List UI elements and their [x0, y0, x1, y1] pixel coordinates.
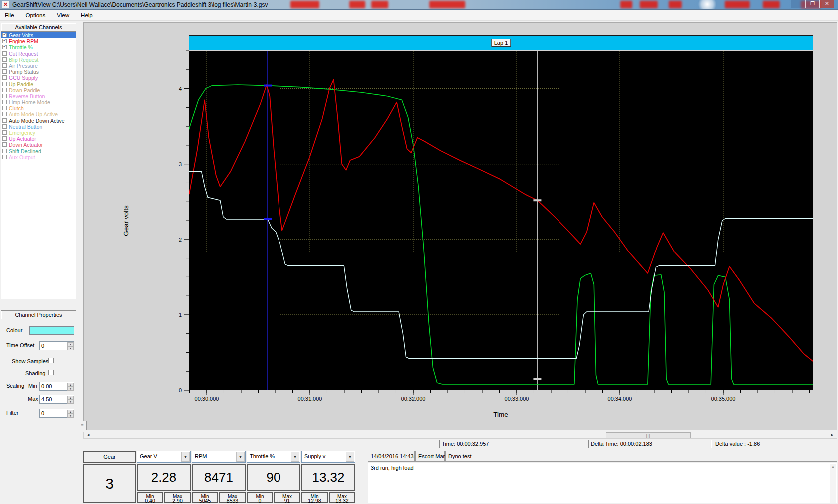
close-button[interactable]: ✕: [820, 0, 834, 8]
spin-down-icon[interactable]: ▼: [67, 414, 74, 418]
unchecked-checkbox-icon[interactable]: [2, 124, 7, 129]
unchecked-checkbox-icon[interactable]: [2, 69, 7, 74]
channel-row[interactable]: Up Paddle: [1, 81, 76, 87]
channel-row[interactable]: Down Paddle: [1, 87, 76, 93]
comment-scrollbar[interactable]: ▲: [830, 464, 836, 503]
menu-view[interactable]: View: [52, 10, 74, 21]
dropdown-icon[interactable]: ▼: [236, 452, 245, 462]
session-comment-box[interactable]: 3rd run, high load ▲: [368, 463, 837, 503]
chart-panel[interactable]: 0123400:30.00000:31.00000:32.00000:33.00…: [83, 22, 837, 430]
readout-select-1[interactable]: RPM ▼: [192, 451, 246, 463]
channel-row[interactable]: Clutch: [1, 105, 76, 111]
unchecked-checkbox-icon[interactable]: [2, 63, 7, 68]
channel-label: Engine RPM: [9, 38, 38, 44]
scaling-max-spinner[interactable]: 4.50 ▲▼: [39, 395, 74, 404]
unchecked-checkbox-icon[interactable]: [2, 136, 7, 141]
unchecked-checkbox-icon[interactable]: [2, 57, 7, 62]
spin-up-icon[interactable]: ▲: [67, 342, 74, 346]
y-tick-label: 4: [179, 86, 182, 92]
unchecked-checkbox-icon[interactable]: [2, 94, 7, 98]
channel-row[interactable]: Reverse Button: [1, 93, 76, 99]
unchecked-checkbox-icon[interactable]: [2, 88, 7, 92]
x-tick-label: 00:31.000: [298, 396, 322, 402]
unchecked-checkbox-icon[interactable]: [2, 142, 7, 147]
menu-options[interactable]: Options: [21, 10, 51, 21]
unchecked-checkbox-icon[interactable]: [2, 155, 7, 159]
scroll-up-icon[interactable]: ▲: [831, 465, 835, 468]
channel-row[interactable]: Up Actuator: [1, 136, 76, 142]
unchecked-checkbox-icon[interactable]: [2, 75, 7, 80]
lap-label: Lap 1: [491, 39, 511, 47]
status-bar: Time: 00:00:32.957 Delta Time: 00:00:02.…: [0, 440, 838, 448]
filter-value: 0: [41, 410, 44, 416]
checked-checkbox-icon[interactable]: ✓: [2, 39, 7, 43]
colour-swatch[interactable]: [29, 326, 74, 335]
y-tick-label: 0: [179, 387, 182, 393]
chart-hscrollbar[interactable]: ◄ ||| ►: [83, 432, 837, 439]
readout-select-3[interactable]: Supply v ▼: [301, 451, 355, 463]
scaling-max-label: Max: [28, 396, 38, 402]
y-axis-title: Gear volts: [122, 205, 130, 236]
unchecked-checkbox-icon[interactable]: [2, 82, 7, 86]
dropdown-icon[interactable]: ▼: [181, 452, 190, 462]
title-bar[interactable]: ✕ GearShiftView C:\Users\Neil Wallace\Do…: [0, 0, 838, 10]
unchecked-checkbox-icon[interactable]: [2, 106, 7, 110]
show-samples-checkbox[interactable]: [48, 358, 54, 363]
channel-row[interactable]: Down Actuator: [1, 142, 76, 148]
unchecked-checkbox-icon[interactable]: [2, 118, 7, 123]
plot-background: [189, 51, 813, 390]
channel-row[interactable]: Pump Status: [1, 69, 76, 75]
channel-row[interactable]: ✓Engine RPM: [1, 38, 76, 44]
scroll-right-icon[interactable]: ►: [828, 432, 836, 438]
window-controls: – ❐ ✕: [791, 0, 834, 8]
session-car: Escort Martin: [415, 451, 445, 462]
spin-up-icon[interactable]: ▲: [67, 383, 74, 387]
channel-row[interactable]: GCU Supply: [1, 75, 76, 81]
unchecked-checkbox-icon[interactable]: [2, 51, 7, 56]
channel-row[interactable]: Limp Home Mode: [1, 99, 76, 105]
spin-up-icon[interactable]: ▲: [67, 396, 74, 400]
readout-select-0[interactable]: Gear V ▼: [137, 451, 191, 463]
spin-down-icon[interactable]: ▼: [67, 400, 74, 404]
session-date: 14/04/2016 14:43: [368, 451, 415, 462]
scrollbar-thumb[interactable]: |||: [606, 432, 691, 438]
unchecked-checkbox-icon[interactable]: [2, 100, 7, 104]
channel-row[interactable]: Blip Request: [1, 57, 76, 63]
checked-checkbox-icon[interactable]: ✓: [2, 45, 7, 49]
channel-row[interactable]: Neutral Button: [1, 124, 76, 130]
scroll-left-icon[interactable]: ◄: [84, 432, 92, 438]
unchecked-checkbox-icon[interactable]: [2, 130, 7, 135]
minimize-button[interactable]: –: [791, 0, 805, 8]
channel-row[interactable]: Emergency: [1, 130, 76, 136]
scaling-min-spinner[interactable]: 0.00 ▲▼: [39, 382, 74, 391]
unchecked-checkbox-icon[interactable]: [2, 149, 7, 153]
channel-row[interactable]: ✓Gear Volts: [1, 32, 76, 38]
checked-checkbox-icon[interactable]: ✓: [2, 33, 7, 37]
background-artifact: [725, 1, 750, 8]
menu-help[interactable]: Help: [76, 10, 98, 21]
chart-plot[interactable]: 0123400:30.00000:31.00000:32.00000:33.00…: [84, 23, 838, 431]
maximize-button[interactable]: ❐: [805, 0, 820, 8]
channel-row[interactable]: Cut Request: [1, 51, 76, 57]
channel-row[interactable]: Air Pressure: [1, 63, 76, 69]
channel-row[interactable]: ✓Throttle %: [1, 44, 76, 50]
splitter-grip[interactable]: ≡: [78, 421, 87, 430]
channel-row[interactable]: Auto Mode Down Active: [1, 118, 76, 124]
readout-select-2[interactable]: Throttle % ▼: [247, 451, 300, 463]
dropdown-icon[interactable]: ▼: [291, 452, 299, 462]
unchecked-checkbox-icon[interactable]: [2, 112, 7, 116]
shading-checkbox[interactable]: [48, 370, 54, 375]
channel-row[interactable]: Aux Output: [1, 154, 76, 160]
dropdown-icon[interactable]: ▼: [346, 452, 354, 462]
scaling-label: Scaling: [6, 383, 24, 389]
time-offset-spinner[interactable]: 0 ▲▼: [39, 341, 74, 350]
spin-up-icon[interactable]: ▲: [67, 410, 74, 414]
readout-select-label: Gear V: [140, 453, 157, 459]
channel-row[interactable]: Shift Declined: [1, 148, 76, 154]
channel-list[interactable]: ✓Gear Volts✓Engine RPM✓Throttle %Cut Req…: [1, 32, 76, 299]
spin-down-icon[interactable]: ▼: [67, 387, 74, 391]
spin-down-icon[interactable]: ▼: [67, 346, 74, 350]
filter-spinner[interactable]: 0 ▲▼: [39, 409, 74, 418]
channel-row[interactable]: Auto Mode Up Active: [1, 111, 76, 117]
menu-file[interactable]: File: [0, 10, 19, 21]
